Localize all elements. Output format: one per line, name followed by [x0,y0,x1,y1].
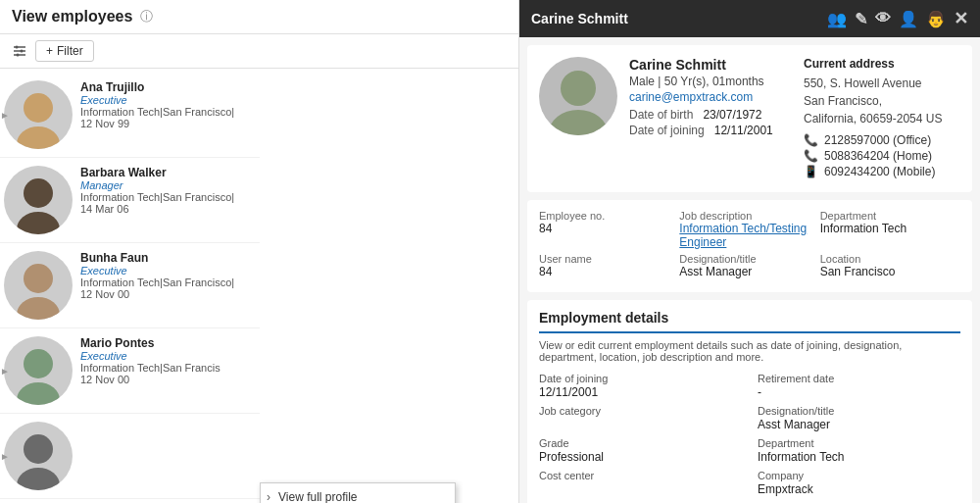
svg-point-6 [24,93,53,123]
profile-section: Carine Schmitt Male | 50 Yr(s), 01months… [527,45,972,192]
designation-value: Asst Manager [679,265,819,278]
employee-name: Bunha Faun [80,251,252,265]
profile-doj: Date of joining 12/11/2001 [629,124,792,137]
panel-title: Carine Schmitt [531,11,628,26]
address-line2: San Francisco, [804,92,960,110]
profile-address: Current address 550, S. Howell Avenue Sa… [804,57,960,180]
header: View employees ⓘ [0,0,518,34]
svg-point-11 [17,297,60,320]
svg-point-21 [549,110,608,135]
location-cell: Location San Francisco [820,253,960,278]
caret-icon: ► [0,451,10,462]
employee-info: Barbara Walker Manager Information Tech|… [80,166,252,215]
emp-grade-field: Grade Professional [539,437,742,464]
filter-label: Filter [57,44,83,58]
mobile-number: 6092434200 (Mobile) [824,165,935,178]
employee-card[interactable]: 12 Nov 99 [0,499,260,503]
profile-name: Carine Schmitt [629,57,792,73]
employee-date: 12 Nov 00 [80,288,252,300]
close-icon[interactable]: ✕ [954,8,968,29]
mobile-icon: 📱 [804,165,818,178]
phone-icon: 📞 [804,133,818,147]
employee-name: Mario Pontes [80,336,252,350]
employee-dept: Information Tech|San Francisco| [80,106,252,118]
employee-card[interactable]: ► Ana Trujillo Executive Information Tec… [0,73,260,158]
eye-icon[interactable]: 👁 [875,10,891,27]
employee-no-cell: Employee no. 84 [539,210,679,249]
employment-grid: Date of joining 12/11/2001 Retirement da… [539,373,960,503]
employee-list: ► Ana Trujillo Executive Information Tec… [0,69,518,503]
address-line1: 550, S. Howell Avenue [804,75,960,92]
emp-department-label: Department [758,437,960,449]
emp-retirement-value: - [758,385,960,399]
job-desc-label: Job description [679,210,819,222]
home-number: 5088364204 (Home) [824,149,932,163]
phone-mobile: 📱 6092434200 (Mobile) [804,165,960,178]
svg-point-10 [24,264,53,293]
edit-icon[interactable]: ✎ [855,10,867,28]
phone-home: 📞 5088364204 (Home) [804,149,960,163]
emp-costcenter-field: Cost center [539,470,742,496]
job-desc-value[interactable]: Information Tech/Testing Engineer [679,222,819,249]
dept-label: Department [820,210,960,222]
emp-department-value: Information Tech [758,450,960,464]
svg-point-4 [21,50,24,53]
person-settings-icon[interactable]: 👨 [926,10,946,28]
emp-company-value: Empxtrack [758,482,960,496]
avatar [4,422,73,490]
avatar [4,80,73,149]
svg-point-7 [17,126,60,149]
emp-doj-label: Date of joining [539,373,742,384]
avatar [4,251,73,320]
emp-company-label: Company [758,470,960,481]
emp-doj-field: Date of joining 12/11/2001 [539,373,742,399]
employee-card[interactable]: ► [0,414,260,499]
emp-department-field: Department Information Tech [758,437,960,464]
employee-info: Bunha Faun Executive Information Tech|Sa… [80,251,252,300]
svg-point-14 [24,434,53,464]
profile-email[interactable]: carine@empxtrack.com [629,90,792,104]
emp-designation-value: Asst Manager [758,418,960,431]
svg-point-20 [561,71,596,106]
dob-label: Date of birth [629,108,693,122]
context-menu-item-view-profile[interactable]: View full profile [261,483,455,503]
people-icon[interactable]: 👥 [827,10,847,28]
employee-name: Barbara Walker [80,166,252,179]
sliders-icon[interactable] [12,43,27,59]
caret-icon: ► [0,110,10,121]
emp-jobcat-label: Job category [539,405,742,417]
username-label: User name [539,253,679,265]
emp-designation-field: Designation/title Asst Manager [758,405,960,431]
dept-value: Information Tech [820,222,960,235]
header-icons: 👥 ✎ 👁 👤 👨 ✕ [827,8,968,29]
employee-no-value: 84 [539,222,679,235]
emp-costcenter-label: Cost center [539,470,742,481]
help-icon[interactable]: ⓘ [140,8,153,25]
emp-retirement-field: Retirement date - [758,373,960,399]
dept-cell: Department Information Tech [820,210,960,249]
svg-point-15 [17,468,60,490]
svg-point-8 [24,178,53,208]
person-add-icon[interactable]: 👤 [899,10,918,28]
designation-label: Designation/title [679,253,819,265]
employment-title: Employment details [539,310,960,333]
employee-date: 14 Mar 06 [80,203,252,215]
employee-name: Ana Trujillo [80,80,252,94]
context-menu: View full profile Recommend rewards Reco… [260,482,456,503]
address-label: Current address [804,57,960,71]
employee-column-left: ► Ana Trujillo Executive Information Tec… [0,73,260,414]
employee-role: Executive [80,94,252,106]
svg-point-12 [24,349,53,378]
avatar [4,166,73,234]
employee-card[interactable]: ► Mario Pontes Executive Information Tec… [0,328,260,414]
emp-retirement-label: Retirement date [758,373,960,384]
employment-section: Employment details View or edit current … [527,300,972,503]
filter-button[interactable]: + Filter [35,40,94,62]
employee-date: 12 Nov 00 [80,374,252,385]
emp-grade-value: Professional [539,450,742,464]
employee-card[interactable]: Barbara Walker Manager Information Tech|… [0,158,260,243]
dob-value: 23/07/1972 [703,108,761,122]
employee-card[interactable]: Bunha Faun Executive Information Tech|Sa… [0,243,260,328]
profile-dob: Date of birth 23/07/1972 [629,108,792,122]
avatar [4,336,73,405]
